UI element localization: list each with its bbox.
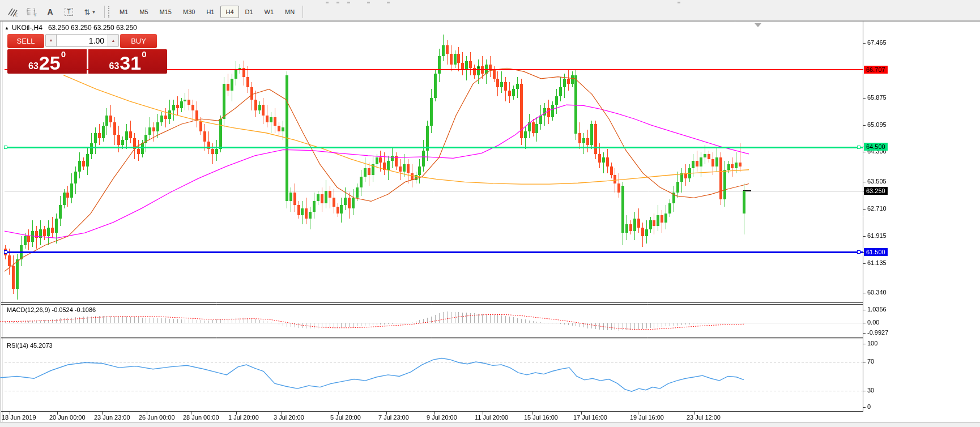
sell-price-panel[interactable]: 63 25 0 [7,49,87,74]
price-tick-label: 65.875 [867,94,887,101]
text-box-icon: T [65,8,73,16]
time-label: 7 Jul 23:00 [378,414,409,421]
macd-tick-label: -0.9927 [867,329,888,336]
price-tick-label: 67.465 [867,39,887,46]
price-tick-label: 62.710 [867,205,887,212]
chart-shift-marker-icon[interactable] [755,23,761,27]
time-label: 28 Jun 00:00 [183,414,219,421]
rsi-tick-label: 100 [867,340,877,347]
timeframe-m5-button[interactable]: M5 [134,6,153,18]
price-tick-label: 63.505 [867,178,887,185]
price-tick-label: 61.915 [867,232,887,239]
cycle-arrows-tool-button[interactable]: ⇅ ▼ [78,5,102,20]
toolbar-separator [104,6,105,18]
text-label-icon: A [47,7,53,16]
price-tag: 61.500 [864,248,888,256]
time-label: 11 Jul 20:00 [475,414,508,421]
rsi-tick-label: 30 [867,387,874,394]
sell-price-integer: 63 [28,61,39,72]
time-label: 1 Jul 20:00 [228,414,259,421]
chart-toolbar: E F A T ⇅ ▼ M1M5M15M30H1H4D1W1MN [0,3,980,21]
symbol-name: UKOil-,H4 [12,24,42,32]
chevron-down-icon: ▼ [91,10,96,15]
elliott-wave-tool-button[interactable]: E [3,5,22,20]
time-label: 9 Jul 20:00 [427,414,457,421]
toolbar-grip[interactable] [108,6,111,18]
time-label: 3 Jul 20:00 [274,414,304,421]
timeframe-m30-button[interactable]: M30 [178,6,200,18]
one-click-panel-toggle-icon[interactable]: ▲ [5,25,9,31]
volume-input[interactable] [57,34,108,47]
time-label: 17 Jul 16:00 [573,414,607,421]
price-tick-label: 65.095 [867,121,887,128]
timeframe-m15-button[interactable]: M15 [155,6,177,18]
price-tag: 64.500 [864,143,888,151]
rsi-indicator-label: RSI(14) 45.2073 [7,342,53,349]
macd-tick-label: 1.0356 [867,306,887,313]
time-label: 5 Jul 20:00 [330,414,361,421]
grid-icon: F [26,7,37,17]
timeframe-h4-button[interactable]: H4 [220,6,238,18]
price-tag: 66.707 [864,66,888,74]
sell-button[interactable]: SELL [7,34,44,48]
crosshair-marker: + [477,63,480,70]
cycle-arrows-icon: ⇅ [84,8,91,16]
time-label: 18 Jun 2019 [2,414,36,421]
rsi-tick-label: 0 [867,403,871,410]
volume-decrease-button[interactable]: ▼ [45,34,57,47]
macd-tick-label: 0.00 [867,319,879,326]
time-label: 19 Jul 16:00 [630,414,664,421]
svg-text:E: E [15,13,18,17]
time-label: 23 Jun 23:00 [94,414,130,421]
toolbar-separator [302,6,303,18]
timeframe-w1-button[interactable]: W1 [259,6,279,18]
text-label-tool-button[interactable]: A [41,5,59,20]
text-box-tool-button[interactable]: T [59,5,78,20]
time-label: 26 Jun 00:00 [139,414,175,421]
buy-button[interactable]: BUY [120,34,157,48]
timeframe-d1-button[interactable]: D1 [240,6,258,18]
sell-price-major: 25 [39,54,61,72]
timeframe-group: M1M5M15M30H1H4D1W1MN [114,6,300,18]
buy-price-integer: 63 [109,61,120,72]
grid-tool-button[interactable]: F [22,5,41,20]
volume-increase-button[interactable]: ▲ [108,34,119,47]
macd-indicator-label: MACD(12,26,9) -0.0524 -0.1086 [7,306,96,313]
buy-price-panel[interactable]: 63 31 0 [88,49,167,74]
buy-price-major: 31 [120,54,141,72]
symbol-ohlc: 63.250 63.250 63.250 63.250 [48,24,137,32]
buy-price-pip: 0 [142,50,146,58]
time-label: 20 Jun 00:00 [49,414,86,421]
rsi-tick-label: 70 [867,358,874,365]
svg-text:F: F [35,13,37,17]
timeframe-mn-button[interactable]: MN [280,6,300,18]
time-label: 23 Jul 12:00 [687,414,721,421]
elliott-wave-icon: E [7,7,19,17]
price-tick-label: 61.135 [867,259,887,266]
sell-price-pip: 0 [61,50,66,58]
timeframe-m1-button[interactable]: M1 [114,6,133,18]
price-tick-label: 60.340 [867,289,887,296]
one-click-trading-panel: SELL ▼ ▲ BUY 63 25 0 63 31 0 [7,34,168,74]
timeframe-h1-button[interactable]: H1 [201,6,219,18]
price-tag: 63.250 [864,187,888,195]
time-label: 15 Jul 16:00 [524,414,558,421]
symbol-header: ▲ UKOil-,H4 63.250 63.250 63.250 63.250 [5,24,137,32]
